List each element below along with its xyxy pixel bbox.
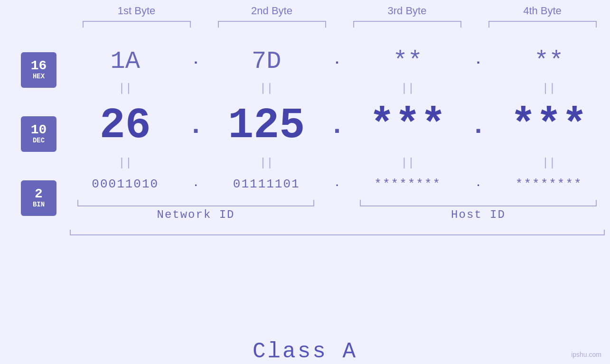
- bottom-brackets: [64, 197, 610, 206]
- class-row: Class A: [0, 339, 610, 364]
- hex-byte-2: 7D: [206, 39, 328, 80]
- byte-header-3: 3rd Byte: [339, 5, 475, 21]
- bin-byte-2: 01111101: [206, 171, 328, 195]
- eq-1: ||: [64, 80, 187, 97]
- content-area: 16 HEX 10 DEC 2 BIN 1A . 7D . ** . **: [0, 39, 610, 334]
- bin-byte-1: 00011010: [64, 171, 187, 195]
- bin-num: 2: [35, 187, 43, 201]
- eq-7: ||: [347, 155, 469, 171]
- hex-label: HEX: [33, 73, 45, 81]
- network-id-label: Network ID: [64, 208, 328, 221]
- eq-5: ||: [64, 155, 187, 171]
- bottom-section: Network ID Host ID: [64, 197, 610, 221]
- bin-sep-2: .: [328, 177, 347, 189]
- dec-sep-2: .: [328, 111, 347, 141]
- byte-header-4: 4th Byte: [475, 5, 610, 21]
- host-bracket: [347, 197, 610, 206]
- host-id-label: Host ID: [347, 208, 610, 221]
- hex-byte-3: **: [347, 39, 469, 80]
- dec-label: DEC: [33, 137, 45, 145]
- class-label: Class A: [253, 339, 357, 364]
- byte-header-1: 1st Byte: [69, 5, 204, 21]
- bracket-1: [69, 21, 204, 29]
- eq-4: ||: [488, 80, 610, 97]
- hex-sep-3: .: [469, 52, 488, 68]
- dec-sep-1: .: [187, 111, 206, 141]
- dec-badge: 10 DEC: [21, 116, 56, 152]
- dec-byte-3: ***: [347, 97, 469, 155]
- hex-num: 16: [31, 59, 47, 73]
- eq-2: ||: [206, 80, 328, 97]
- hex-sep-2: .: [328, 52, 347, 68]
- eq-3: ||: [347, 80, 469, 97]
- top-brackets: [0, 21, 610, 29]
- bracket-3: [339, 21, 475, 29]
- bin-byte-4: ********: [488, 171, 610, 195]
- hex-sep-1: .: [187, 52, 206, 68]
- hex-row: 1A . 7D . ** . **: [64, 39, 610, 80]
- byte-headers: 1st Byte 2nd Byte 3rd Byte 4th Byte: [0, 5, 610, 21]
- hex-byte-4: **: [488, 39, 610, 80]
- rows-container: 1A . 7D . ** . ** || || || || 26: [64, 39, 610, 334]
- bin-badge: 2 BIN: [21, 180, 56, 216]
- eq-row-1: || || || ||: [64, 80, 610, 97]
- dec-sep-3: .: [469, 111, 488, 141]
- watermark: ipshu.com: [571, 351, 601, 358]
- dec-byte-4: ***: [488, 97, 610, 155]
- dec-num: 10: [31, 123, 47, 137]
- big-bracket-container: [64, 226, 610, 235]
- eq-8: ||: [488, 155, 610, 171]
- dec-row: 26 . 125 . *** . ***: [64, 97, 610, 155]
- bracket-2: [204, 21, 339, 29]
- bin-byte-3: ********: [347, 171, 469, 195]
- eq-row-2: || || || ||: [64, 155, 610, 171]
- big-bracket: [70, 230, 605, 235]
- hex-byte-1: 1A: [64, 39, 187, 80]
- main-container: 1st Byte 2nd Byte 3rd Byte 4th Byte 16 H…: [0, 0, 610, 364]
- dec-byte-1: 26: [64, 97, 187, 155]
- bin-sep-3: .: [469, 177, 488, 189]
- bracket-labels: Network ID Host ID: [64, 208, 610, 221]
- dec-byte-2: 125: [206, 97, 328, 155]
- byte-header-2: 2nd Byte: [204, 5, 339, 21]
- bracket-4: [475, 21, 610, 29]
- hex-badge: 16 HEX: [21, 52, 56, 88]
- eq-6: ||: [206, 155, 328, 171]
- network-bracket: [64, 197, 328, 206]
- bin-sep-1: .: [187, 177, 206, 189]
- bin-row: 00011010 . 01111101 . ******** . *******…: [64, 171, 610, 195]
- base-badges: 16 HEX 10 DEC 2 BIN: [0, 39, 64, 334]
- bin-label: BIN: [33, 201, 45, 209]
